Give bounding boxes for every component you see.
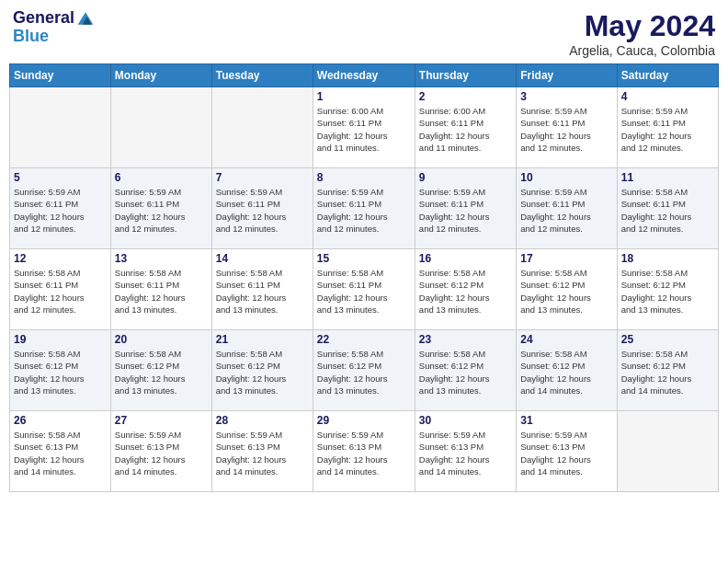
title-area: May 2024 Argelia, Cauca, Colombia bbox=[569, 9, 715, 58]
col-header-wednesday: Wednesday bbox=[313, 64, 415, 87]
calendar-cell: 29Sunrise: 5:59 AM Sunset: 6:13 PM Dayli… bbox=[313, 411, 415, 492]
logo-icon bbox=[76, 9, 95, 28]
day-number: 2 bbox=[419, 90, 512, 103]
col-header-thursday: Thursday bbox=[415, 64, 516, 87]
day-number: 10 bbox=[520, 171, 612, 184]
day-number: 14 bbox=[216, 252, 309, 265]
day-number: 20 bbox=[115, 333, 208, 346]
day-number: 21 bbox=[216, 333, 309, 346]
day-info: Sunrise: 5:58 AM Sunset: 6:12 PM Dayligh… bbox=[419, 348, 512, 396]
day-info: Sunrise: 6:00 AM Sunset: 6:11 PM Dayligh… bbox=[419, 105, 512, 154]
day-info: Sunrise: 5:58 AM Sunset: 6:12 PM Dayligh… bbox=[14, 348, 107, 396]
calendar-cell: 13Sunrise: 5:58 AM Sunset: 6:11 PM Dayli… bbox=[110, 249, 211, 330]
calendar-cell bbox=[110, 87, 211, 168]
day-info: Sunrise: 5:59 AM Sunset: 6:11 PM Dayligh… bbox=[419, 186, 512, 235]
day-number: 5 bbox=[14, 171, 107, 184]
day-info: Sunrise: 5:58 AM Sunset: 6:11 PM Dayligh… bbox=[317, 267, 411, 316]
calendar-cell: 3Sunrise: 5:59 AM Sunset: 6:11 PM Daylig… bbox=[517, 87, 617, 168]
day-info: Sunrise: 5:59 AM Sunset: 6:13 PM Dayligh… bbox=[317, 429, 411, 477]
calendar-cell bbox=[617, 411, 718, 492]
day-info: Sunrise: 5:58 AM Sunset: 6:12 PM Dayligh… bbox=[317, 348, 411, 396]
day-number: 7 bbox=[216, 171, 309, 184]
calendar-week-row: 5Sunrise: 5:59 AM Sunset: 6:11 PM Daylig… bbox=[10, 168, 719, 249]
day-number: 9 bbox=[419, 171, 512, 184]
day-info: Sunrise: 5:59 AM Sunset: 6:13 PM Dayligh… bbox=[115, 429, 208, 477]
calendar-cell: 10Sunrise: 5:59 AM Sunset: 6:11 PM Dayli… bbox=[517, 168, 617, 249]
day-info: Sunrise: 5:58 AM Sunset: 6:12 PM Dayligh… bbox=[520, 348, 612, 396]
day-info: Sunrise: 5:58 AM Sunset: 6:12 PM Dayligh… bbox=[621, 348, 714, 396]
day-number: 29 bbox=[317, 414, 411, 427]
day-info: Sunrise: 5:58 AM Sunset: 6:12 PM Dayligh… bbox=[520, 267, 612, 316]
day-number: 16 bbox=[419, 252, 512, 265]
day-number: 11 bbox=[621, 171, 714, 184]
logo: General Blue bbox=[13, 9, 95, 46]
day-info: Sunrise: 6:00 AM Sunset: 6:11 PM Dayligh… bbox=[317, 105, 411, 154]
calendar-cell: 20Sunrise: 5:58 AM Sunset: 6:12 PM Dayli… bbox=[110, 330, 211, 411]
day-info: Sunrise: 5:58 AM Sunset: 6:12 PM Dayligh… bbox=[216, 348, 309, 396]
day-info: Sunrise: 5:58 AM Sunset: 6:11 PM Dayligh… bbox=[14, 267, 107, 316]
day-info: Sunrise: 5:58 AM Sunset: 6:12 PM Dayligh… bbox=[621, 267, 714, 316]
day-number: 26 bbox=[14, 414, 107, 427]
calendar-week-row: 19Sunrise: 5:58 AM Sunset: 6:12 PM Dayli… bbox=[10, 330, 719, 411]
logo-blue: Blue bbox=[13, 27, 49, 45]
day-number: 19 bbox=[14, 333, 107, 346]
day-info: Sunrise: 5:59 AM Sunset: 6:11 PM Dayligh… bbox=[115, 186, 208, 235]
col-header-monday: Monday bbox=[110, 64, 211, 87]
calendar-week-row: 12Sunrise: 5:58 AM Sunset: 6:11 PM Dayli… bbox=[10, 249, 719, 330]
day-number: 6 bbox=[115, 171, 208, 184]
day-number: 4 bbox=[621, 90, 714, 103]
page-header: General Blue May 2024 Argelia, Cauca, Co… bbox=[9, 9, 719, 58]
calendar-cell: 7Sunrise: 5:59 AM Sunset: 6:11 PM Daylig… bbox=[211, 168, 313, 249]
day-info: Sunrise: 5:58 AM Sunset: 6:11 PM Dayligh… bbox=[216, 267, 309, 316]
col-header-tuesday: Tuesday bbox=[211, 64, 313, 87]
day-info: Sunrise: 5:59 AM Sunset: 6:13 PM Dayligh… bbox=[520, 429, 612, 477]
calendar-week-row: 26Sunrise: 5:58 AM Sunset: 6:13 PM Dayli… bbox=[10, 411, 719, 492]
calendar-cell: 26Sunrise: 5:58 AM Sunset: 6:13 PM Dayli… bbox=[10, 411, 111, 492]
calendar-cell: 8Sunrise: 5:59 AM Sunset: 6:11 PM Daylig… bbox=[313, 168, 415, 249]
logo-text: General bbox=[13, 9, 74, 28]
calendar-cell: 22Sunrise: 5:58 AM Sunset: 6:12 PM Dayli… bbox=[313, 330, 415, 411]
calendar-cell: 19Sunrise: 5:58 AM Sunset: 6:12 PM Dayli… bbox=[10, 330, 111, 411]
day-number: 1 bbox=[317, 90, 411, 103]
day-number: 15 bbox=[317, 252, 411, 265]
day-number: 12 bbox=[14, 252, 107, 265]
col-header-sunday: Sunday bbox=[10, 64, 111, 87]
day-number: 25 bbox=[621, 333, 714, 346]
calendar-cell: 30Sunrise: 5:59 AM Sunset: 6:13 PM Dayli… bbox=[415, 411, 516, 492]
day-info: Sunrise: 5:58 AM Sunset: 6:11 PM Dayligh… bbox=[115, 267, 208, 316]
day-info: Sunrise: 5:59 AM Sunset: 6:11 PM Dayligh… bbox=[14, 186, 107, 235]
day-info: Sunrise: 5:59 AM Sunset: 6:11 PM Dayligh… bbox=[317, 186, 411, 235]
calendar-cell: 21Sunrise: 5:58 AM Sunset: 6:12 PM Dayli… bbox=[211, 330, 313, 411]
day-number: 27 bbox=[115, 414, 208, 427]
calendar-cell: 2Sunrise: 6:00 AM Sunset: 6:11 PM Daylig… bbox=[415, 87, 516, 168]
month-year: May 2024 bbox=[569, 9, 715, 43]
day-number: 18 bbox=[621, 252, 714, 265]
calendar-cell: 17Sunrise: 5:58 AM Sunset: 6:12 PM Dayli… bbox=[517, 249, 617, 330]
calendar-cell: 23Sunrise: 5:58 AM Sunset: 6:12 PM Dayli… bbox=[415, 330, 516, 411]
calendar-table: SundayMondayTuesdayWednesdayThursdayFrid… bbox=[9, 63, 719, 492]
day-number: 22 bbox=[317, 333, 411, 346]
calendar-cell: 27Sunrise: 5:59 AM Sunset: 6:13 PM Dayli… bbox=[110, 411, 211, 492]
day-info: Sunrise: 5:59 AM Sunset: 6:11 PM Dayligh… bbox=[520, 186, 612, 235]
day-number: 23 bbox=[419, 333, 512, 346]
calendar-cell: 14Sunrise: 5:58 AM Sunset: 6:11 PM Dayli… bbox=[211, 249, 313, 330]
calendar-cell: 15Sunrise: 5:58 AM Sunset: 6:11 PM Dayli… bbox=[313, 249, 415, 330]
calendar-cell: 25Sunrise: 5:58 AM Sunset: 6:12 PM Dayli… bbox=[617, 330, 718, 411]
day-info: Sunrise: 5:58 AM Sunset: 6:12 PM Dayligh… bbox=[419, 267, 512, 316]
calendar-cell: 16Sunrise: 5:58 AM Sunset: 6:12 PM Dayli… bbox=[415, 249, 516, 330]
calendar-cell: 1Sunrise: 6:00 AM Sunset: 6:11 PM Daylig… bbox=[313, 87, 415, 168]
calendar-header-row: SundayMondayTuesdayWednesdayThursdayFrid… bbox=[10, 64, 719, 87]
calendar-cell: 6Sunrise: 5:59 AM Sunset: 6:11 PM Daylig… bbox=[110, 168, 211, 249]
day-info: Sunrise: 5:58 AM Sunset: 6:12 PM Dayligh… bbox=[115, 348, 208, 396]
col-header-saturday: Saturday bbox=[617, 64, 718, 87]
calendar-cell: 9Sunrise: 5:59 AM Sunset: 6:11 PM Daylig… bbox=[415, 168, 516, 249]
day-number: 3 bbox=[520, 90, 612, 103]
calendar-cell: 31Sunrise: 5:59 AM Sunset: 6:13 PM Dayli… bbox=[517, 411, 617, 492]
calendar-cell: 12Sunrise: 5:58 AM Sunset: 6:11 PM Dayli… bbox=[10, 249, 111, 330]
calendar-cell: 5Sunrise: 5:59 AM Sunset: 6:11 PM Daylig… bbox=[10, 168, 111, 249]
calendar-cell: 4Sunrise: 5:59 AM Sunset: 6:11 PM Daylig… bbox=[617, 87, 718, 168]
col-header-friday: Friday bbox=[517, 64, 617, 87]
calendar-week-row: 1Sunrise: 6:00 AM Sunset: 6:11 PM Daylig… bbox=[10, 87, 719, 168]
day-number: 30 bbox=[419, 414, 512, 427]
calendar-cell: 28Sunrise: 5:59 AM Sunset: 6:13 PM Dayli… bbox=[211, 411, 313, 492]
